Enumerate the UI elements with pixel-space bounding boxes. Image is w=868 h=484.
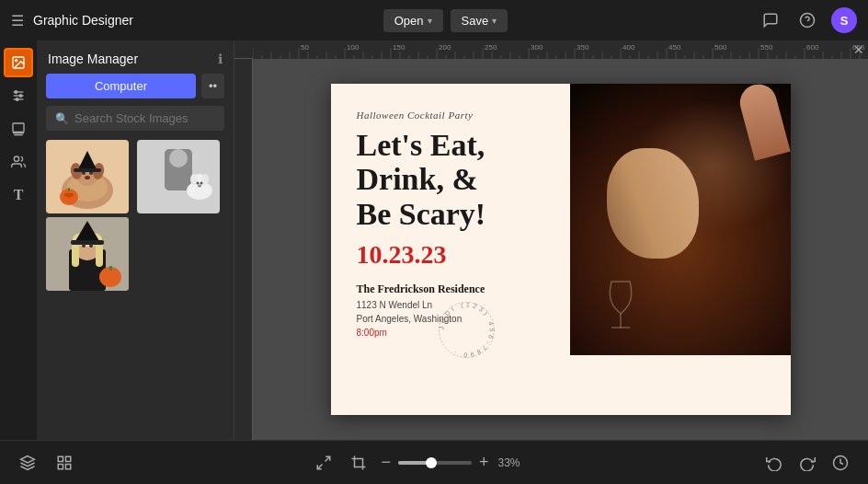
svg-point-7: [15, 91, 17, 94]
crop-icon[interactable]: [346, 450, 371, 476]
flyer-circle-text: JODI (123) 456-7890 ·: [432, 295, 501, 364]
search-input[interactable]: [74, 111, 215, 125]
zoom-in-button[interactable]: +: [479, 453, 489, 472]
image-manager-panel: Image Manager ℹ Computer •• 🔍: [37, 40, 234, 440]
panel-controls: Computer ••: [37, 74, 234, 106]
save-button[interactable]: Save ▾: [451, 9, 508, 32]
svg-point-3: [16, 60, 17, 62]
flyer-date: 10.23.23: [357, 240, 565, 270]
svg-rect-157: [66, 464, 71, 468]
layers-toggle-icon[interactable]: [15, 450, 40, 476]
svg-point-22: [85, 176, 90, 179]
svg-rect-156: [58, 464, 63, 468]
svg-rect-26: [68, 188, 70, 191]
svg-point-9: [16, 98, 18, 101]
sidebar-item-layers[interactable]: [4, 114, 33, 144]
flyer: Halloween Cocktail Party Let's Eat, Drin…: [331, 84, 791, 415]
svg-text:200: 200: [439, 43, 451, 52]
info-icon[interactable]: ℹ: [218, 52, 223, 66]
svg-point-37: [197, 182, 200, 185]
svg-text:JODI (123) 456-7890  ·: JODI (123) 456-7890 ·: [438, 301, 495, 358]
sidebar-item-image-manager[interactable]: [4, 48, 33, 77]
sidebar-item-people[interactable]: [4, 147, 33, 177]
svg-line-158: [326, 456, 330, 461]
svg-line-159: [318, 464, 323, 468]
svg-rect-154: [58, 456, 63, 461]
toolbar-left: [15, 450, 77, 476]
svg-text:550: 550: [760, 43, 773, 52]
flyer-venue-name: The Fredrickson Residence: [357, 282, 565, 296]
svg-point-38: [200, 182, 203, 185]
person-arm-detail: [736, 84, 790, 161]
image-grid: [37, 140, 234, 291]
avatar[interactable]: S: [831, 7, 857, 33]
svg-point-51: [82, 244, 86, 248]
panel-header: Image Manager ℹ: [37, 40, 234, 74]
svg-rect-48: [71, 240, 104, 245]
canvas-area: // generate ticks dynamically after rend…: [234, 40, 868, 440]
svg-point-13: [14, 156, 18, 161]
list-item[interactable]: [137, 140, 220, 213]
open-button[interactable]: Open ▾: [383, 9, 443, 32]
svg-text:50: 50: [301, 43, 309, 52]
design-canvas[interactable]: Halloween Cocktail Party Let's Eat, Drin…: [253, 59, 868, 440]
svg-text:500: 500: [714, 43, 727, 52]
person-face-detail: [607, 148, 699, 259]
zoom-value: 33%: [498, 456, 528, 469]
zoom-slider[interactable]: [398, 461, 472, 465]
photo-overlay: [570, 84, 791, 355]
list-item[interactable]: [46, 217, 129, 291]
close-icon[interactable]: ✕: [853, 42, 864, 57]
svg-text:450: 450: [668, 43, 681, 52]
svg-point-28: [64, 193, 68, 197]
grid-toggle-icon[interactable]: [51, 450, 77, 476]
svg-rect-53: [253, 40, 868, 59]
svg-point-39: [198, 185, 201, 188]
svg-text:150: 150: [393, 43, 405, 52]
help-icon[interactable]: [794, 7, 820, 33]
history-icon[interactable]: [828, 450, 853, 476]
ruler-top: // generate ticks dynamically after rend…: [234, 40, 868, 59]
svg-point-8: [19, 95, 22, 98]
undo-icon[interactable]: [761, 450, 787, 476]
top-bar-left: ☰ Graphic Designer: [11, 12, 133, 29]
app-title: Graphic Designer: [33, 13, 133, 28]
menu-icon[interactable]: ☰: [11, 12, 24, 29]
zoom-controls: − +: [381, 453, 488, 472]
svg-point-32: [169, 149, 188, 167]
save-chevron-icon: ▾: [492, 16, 497, 26]
top-bar: ☰ Graphic Designer Open ▾ Save ▾ S: [0, 0, 868, 40]
list-item[interactable]: [46, 140, 129, 213]
svg-text:600: 600: [806, 43, 819, 52]
flyer-photo: [570, 84, 791, 355]
zoom-out-button[interactable]: −: [381, 453, 391, 472]
svg-text:350: 350: [577, 43, 589, 52]
redo-icon[interactable]: [794, 450, 820, 476]
search-bar[interactable]: 🔍: [46, 106, 224, 131]
panel-title: Image Manager: [48, 52, 138, 66]
flyer-title: Let's Eat, Drink, & Be Scary!: [357, 128, 565, 231]
computer-button[interactable]: Computer: [46, 74, 196, 98]
top-bar-right: S: [758, 7, 857, 33]
top-bar-center: Open ▾ Save ▾: [383, 9, 508, 32]
main-area: T Image Manager ℹ Computer •• 🔍: [0, 40, 868, 440]
svg-text:400: 400: [622, 43, 635, 52]
more-button[interactable]: ••: [201, 74, 224, 98]
toolbar-right: [761, 450, 853, 476]
svg-point-52: [89, 244, 93, 248]
sidebar-item-text[interactable]: T: [4, 180, 33, 210]
sidebar-item-adjustments[interactable]: [4, 81, 33, 110]
svg-rect-155: [66, 456, 71, 461]
search-icon: 🔍: [55, 112, 69, 125]
fit-view-icon[interactable]: [311, 450, 337, 476]
svg-marker-153: [21, 455, 35, 463]
flyer-subtitle: Halloween Cocktail Party: [357, 109, 565, 121]
ruler-left: [234, 59, 253, 440]
bottom-toolbar: − + 33%: [0, 440, 868, 484]
svg-text:100: 100: [347, 43, 360, 52]
svg-text:250: 250: [485, 43, 497, 52]
svg-rect-24: [74, 168, 101, 172]
svg-rect-50: [109, 266, 112, 271]
open-chevron-icon: ▾: [428, 16, 432, 26]
chat-icon[interactable]: [758, 7, 783, 33]
